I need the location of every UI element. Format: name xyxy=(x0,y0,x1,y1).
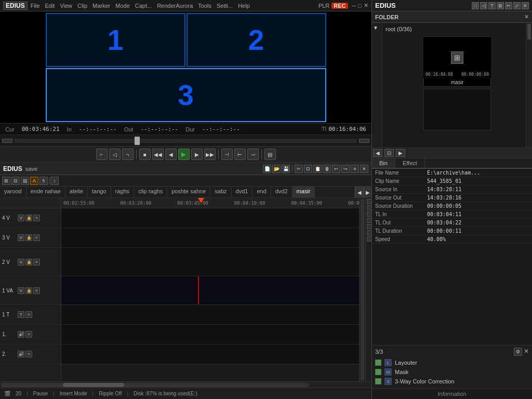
track-row-1t[interactable] xyxy=(61,305,365,325)
tab-end[interactable]: end xyxy=(252,187,271,197)
mode-btn-2[interactable]: ⊟ xyxy=(11,177,20,185)
strip-btn-2[interactable] xyxy=(367,205,371,210)
track-row-2v[interactable] xyxy=(61,248,365,276)
track-mix-btn-1t[interactable]: ≈ xyxy=(25,311,32,318)
btn-clip-start[interactable]: ⊢ xyxy=(234,149,246,160)
track-row-4v[interactable] xyxy=(61,208,365,228)
track-v-btn-3v[interactable]: V xyxy=(18,234,24,241)
btn-clip-end[interactable]: ⊣ xyxy=(221,149,233,160)
effect-check-3way[interactable] xyxy=(375,378,381,384)
bin-close-btn[interactable]: ✕ xyxy=(524,14,529,20)
tab-scroll-left[interactable]: ◀ xyxy=(355,187,363,198)
menu-marker[interactable]: Marker xyxy=(92,3,110,9)
track-row-a1[interactable] xyxy=(61,325,365,344)
menu-render[interactable]: RenderAurora xyxy=(157,3,193,9)
menu-file[interactable]: File xyxy=(31,3,40,9)
strip-btn-7[interactable] xyxy=(367,236,371,242)
track-v-btn-1va[interactable]: V xyxy=(18,287,24,294)
scrub-right-btn[interactable] xyxy=(359,139,369,143)
btn-rewind[interactable]: ◀◀ xyxy=(152,149,164,160)
menu-help[interactable]: Help xyxy=(238,3,250,9)
menu-mode[interactable]: Mode xyxy=(115,3,130,9)
win-close-btn[interactable]: ✕ xyxy=(364,2,368,9)
track-mix-btn-4v[interactable]: ≈ xyxy=(33,215,40,221)
tab-tango[interactable]: tango xyxy=(88,187,111,197)
tl-btn-undo[interactable]: ↩ xyxy=(332,165,340,173)
btn-step-back[interactable]: ◀ xyxy=(165,149,177,160)
track-v-btn-2v[interactable]: V xyxy=(18,259,24,265)
right-btn-1[interactable]: □ xyxy=(472,2,479,9)
scrub-thumb[interactable] xyxy=(135,137,140,145)
right-btn-maximize[interactable]: ⤢ xyxy=(513,2,521,9)
menu-clip[interactable]: Clip xyxy=(77,3,87,9)
tab-dvd1[interactable]: dvd1 xyxy=(232,187,253,197)
btn-play[interactable]: ▶ xyxy=(178,149,190,160)
tab-sabz[interactable]: sabz xyxy=(210,187,231,197)
track-mix-btn-a2[interactable]: ≈ xyxy=(25,351,32,357)
tl-btn-redo[interactable]: ↪ xyxy=(341,165,350,173)
tab-poshte-sahne[interactable]: poshte sahne xyxy=(167,187,210,197)
btn-prev-frame[interactable]: ◁ xyxy=(109,149,121,160)
track-mix-btn-3v[interactable]: ≈ xyxy=(33,234,40,241)
vscroll-thumb[interactable] xyxy=(361,199,364,380)
strip-btn-4[interactable] xyxy=(367,218,371,223)
bin-clip-thumb-1[interactable]: ⊞ 00:00:00:00 00:16:04:06 masir xyxy=(423,36,491,87)
track-lock-btn-4v[interactable]: 🔒 xyxy=(25,215,32,221)
mode-btn-3[interactable]: ▤ xyxy=(21,177,29,185)
tab-masir[interactable]: masir xyxy=(292,187,315,197)
mode-btn-4[interactable]: A xyxy=(30,177,38,185)
tl-btn-more[interactable]: ≡ xyxy=(351,165,359,173)
btn-stop[interactable]: ■ xyxy=(139,149,151,160)
track-mix-btn-2v[interactable]: ≈ xyxy=(33,259,40,265)
track-row-1va[interactable] xyxy=(61,276,365,305)
track-lock-btn-1va[interactable]: 🔒 xyxy=(25,287,32,294)
mode-btn-6[interactable]: ↕ xyxy=(50,177,59,185)
btn-loop[interactable]: ⤻ xyxy=(247,149,259,160)
menu-view[interactable]: View xyxy=(60,3,72,9)
strip-btn-5[interactable] xyxy=(367,224,371,229)
fx-icon-1[interactable]: ⚙ xyxy=(514,348,522,356)
tl-btn-paste[interactable]: 📋 xyxy=(313,165,322,173)
tl-btn-delete[interactable]: 🗑 xyxy=(323,165,331,173)
track-mix-btn-a1[interactable]: ≈ xyxy=(25,331,32,338)
bin-nav-right[interactable]: ▶ xyxy=(396,149,405,157)
btn-overwrite[interactable]: ▤ xyxy=(264,149,276,160)
track-lock-btn-3v[interactable]: 🔒 xyxy=(25,234,32,241)
props-scroll[interactable]: File Name E:\archive\ham... Clip Name 54… xyxy=(372,169,532,345)
btn-step-fwd[interactable]: ▶ xyxy=(191,149,203,160)
strip-btn-1[interactable] xyxy=(367,199,371,204)
tab-atelie[interactable]: atelie xyxy=(65,187,88,197)
menu-capt[interactable]: Capt... xyxy=(135,3,152,9)
btn-mark-out[interactable]: ¬ xyxy=(122,149,134,160)
bin-nav-left[interactable]: ◀ xyxy=(373,149,382,157)
track-spk-btn-a1[interactable]: 🔊 xyxy=(18,331,24,338)
tl-btn-close[interactable]: ✕ xyxy=(360,165,368,173)
tl-btn-save[interactable]: 💾 xyxy=(282,165,290,173)
win-maximize-btn[interactable]: □ xyxy=(358,3,362,9)
tl-btn-open[interactable]: 📂 xyxy=(272,165,281,173)
menu-tools[interactable]: Tools xyxy=(198,3,211,9)
tl-btn-copy[interactable]: ⊡ xyxy=(304,165,312,173)
mode-btn-1[interactable]: ⊞ xyxy=(2,177,10,185)
right-btn-3[interactable]: T xyxy=(488,2,496,9)
right-btn-close[interactable]: ✕ xyxy=(522,2,529,9)
h-scroll-thumb[interactable] xyxy=(63,383,125,387)
mode-btn-5[interactable]: 5 xyxy=(39,177,48,185)
menu-setti[interactable]: Setti... xyxy=(217,3,233,9)
bin-vscroll[interactable] xyxy=(526,23,532,148)
track-lock-btn-2v[interactable]: 🔒 xyxy=(25,259,32,265)
menu-edit[interactable]: Edit xyxy=(45,3,55,9)
right-btn-5[interactable]: ✂ xyxy=(505,2,512,9)
track-v-btn-4v[interactable]: V xyxy=(18,215,24,221)
bin-tree-item[interactable]: ▼ xyxy=(373,25,381,31)
btn-mark-in[interactable]: ⌐ xyxy=(96,149,108,160)
strip-btn-6[interactable] xyxy=(367,230,371,235)
tab-ende-nahae[interactable]: ende nahae xyxy=(26,187,65,197)
tl-btn-new[interactable]: 📄 xyxy=(263,165,271,173)
bin-tab-bin[interactable]: Bin xyxy=(372,158,395,168)
bin-vscroll-thumb[interactable] xyxy=(527,24,531,39)
track-t-btn-1t[interactable]: T xyxy=(18,311,24,318)
track-row-a2[interactable] xyxy=(61,344,365,364)
bin-clip-thumb-2[interactable] xyxy=(423,89,491,130)
bin-tab-effect[interactable]: Effect xyxy=(395,158,425,168)
